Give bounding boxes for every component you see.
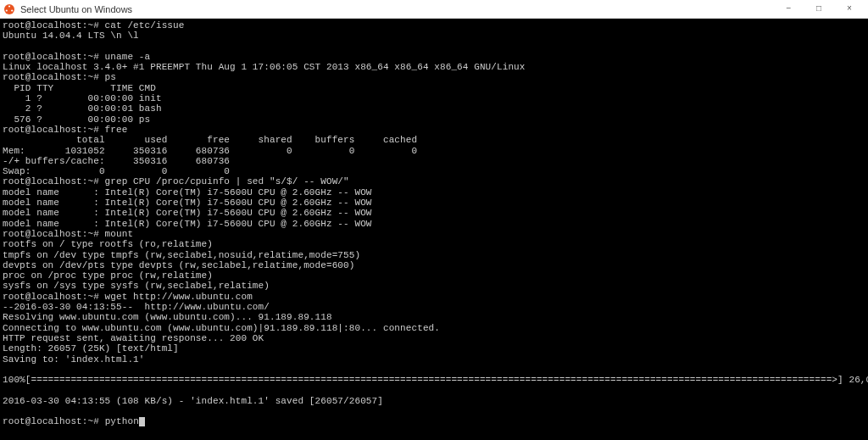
minimize-button[interactable]: − (773, 0, 804, 19)
terminal-line: 576 ? 00:00:00 ps (3, 114, 865, 125)
maximize-button[interactable]: □ (804, 0, 834, 19)
terminal-line: model name : Intel(R) Core(TM) i7-5600U … (3, 198, 865, 208)
terminal-line (3, 385, 865, 395)
terminal[interactable]: root@localhost:~# cat /etc/issueUbuntu 1… (0, 19, 868, 440)
terminal-line: root@localhost:~# free (3, 125, 865, 135)
terminal-line (3, 406, 865, 416)
terminal-line: sysfs on /sys type sysfs (rw,seclabel,re… (3, 281, 865, 291)
terminal-line: Ubuntu 14.04.4 LTS \n \l (3, 31, 865, 41)
terminal-line (3, 42, 865, 52)
terminal-line: root@localhost:~# wget http://www.ubuntu… (3, 292, 865, 302)
terminal-line: root@localhost:~# grep CPU /proc/cpuinfo… (3, 176, 865, 187)
app-icon (3, 3, 15, 15)
terminal-line: -/+ buffers/cache: 350316 680736 (3, 156, 865, 166)
terminal-line: proc on /proc type proc (rw,relatime) (3, 270, 865, 281)
terminal-line: root@localhost:~# cat /etc/issue (3, 20, 865, 31)
svg-point-3 (11, 9, 13, 11)
terminal-line: model name : Intel(R) Core(TM) i7-5600U … (3, 219, 865, 229)
terminal-line: Mem: 1031052 350316 680736 0 0 0 (3, 146, 865, 156)
terminal-line: root@localhost:~# uname -a (3, 52, 865, 62)
terminal-line: Connecting to www.ubuntu.com (www.ubuntu… (3, 323, 865, 333)
terminal-line: PID TTY TIME CMD (3, 83, 865, 93)
terminal-line: Length: 26057 (25K) [text/html] (3, 343, 865, 354)
terminal-line: model name : Intel(R) Core(TM) i7-5600U … (3, 187, 865, 198)
svg-point-1 (8, 5, 10, 7)
terminal-line: 2 ? 00:00:01 bash (3, 103, 865, 114)
window-title: Select Ubuntu on Windows (20, 4, 773, 14)
terminal-line: Saving to: 'index.html.1' (3, 354, 865, 365)
cursor (139, 417, 145, 426)
terminal-line: tmpfs on /dev type tmpfs (rw,seclabel,no… (3, 250, 865, 260)
terminal-line: root@localhost:~# mount (3, 229, 865, 239)
terminal-line: 100%[===================================… (3, 375, 865, 385)
terminal-line: devpts on /dev/pts type devpts (rw,secla… (3, 260, 865, 270)
prompt-prefix: root@localhost:~# (3, 416, 105, 426)
terminal-line: rootfs on / type rootfs (ro,relatime) (3, 239, 865, 249)
close-button[interactable]: × (834, 0, 865, 19)
terminal-line: 1 ? 00:00:00 init (3, 93, 865, 103)
svg-point-2 (6, 9, 8, 11)
terminal-line: total used free shared buffers cached (3, 135, 865, 145)
terminal-line: root@localhost:~# ps (3, 72, 865, 82)
terminal-line: --2016-03-30 04:13:55-- http://www.ubunt… (3, 302, 865, 312)
terminal-line: Resolving www.ubuntu.com (www.ubuntu.com… (3, 312, 865, 322)
terminal-line: 2016-03-30 04:13:55 (108 KB/s) - 'index.… (3, 396, 865, 406)
terminal-line (3, 365, 865, 375)
terminal-line: Linux localhost 3.4.0+ #1 PREEMPT Thu Au… (3, 62, 865, 72)
terminal-line: HTTP request sent, awaiting response... … (3, 333, 865, 343)
titlebar[interactable]: Select Ubuntu on Windows − □ × (0, 0, 868, 19)
current-command: python (105, 416, 139, 426)
terminal-prompt-line[interactable]: root@localhost:~# python (3, 416, 865, 426)
terminal-line: Swap: 0 0 0 (3, 166, 865, 176)
window-controls: − □ × (773, 0, 865, 19)
terminal-line: model name : Intel(R) Core(TM) i7-5600U … (3, 208, 865, 218)
